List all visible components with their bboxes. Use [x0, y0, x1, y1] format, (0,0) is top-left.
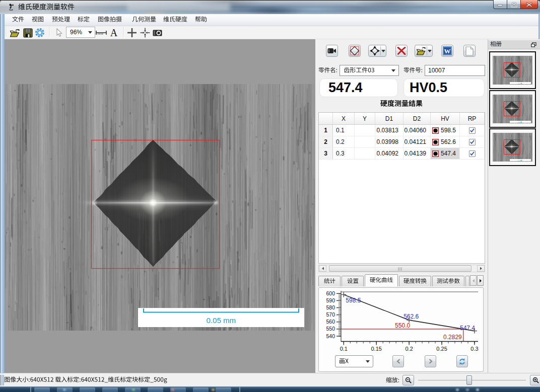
- close-button[interactable]: [521, 0, 538, 9]
- menu-bar: [5, 14, 538, 26]
- main-toolbar: 96% A: [5, 26, 538, 39]
- table-row[interactable]: 10.10.038130.04060598.5: [319, 125, 485, 136]
- tab-5[interactable]: [432, 276, 464, 286]
- series-selector-combobox[interactable]: [335, 355, 373, 367]
- zoom-in-button[interactable]: [530, 375, 540, 385]
- menu-item-3[interactable]: [47, 14, 75, 26]
- table-row[interactable]: 30.30.040920.04139547.4: [319, 148, 485, 160]
- menu-item-7[interactable]: [159, 14, 192, 26]
- rp-checkbox[interactable]: [469, 139, 476, 145]
- taskbar-button[interactable]: [148, 387, 163, 392]
- taskbar-button[interactable]: [193, 387, 209, 392]
- part-name-combobox[interactable]: [340, 65, 399, 76]
- taskbar-icon-hint: [456, 388, 459, 391]
- column-header-row[interactable]: [319, 113, 333, 124]
- rp-checkbox[interactable]: [469, 127, 476, 134]
- row-number: 3: [319, 148, 333, 159]
- table-hscrollbar[interactable]: [318, 265, 485, 272]
- zoom-slider-label: [386, 377, 399, 384]
- results-table[interactable]: XYD1D2HVRP10.10.038130.04060598.520.20.0…: [318, 112, 485, 264]
- results-title: [315, 100, 488, 108]
- scroll-right-button[interactable]: [477, 265, 485, 272]
- taskbar-button[interactable]: [34, 387, 50, 392]
- windows-taskbar: [0, 386, 540, 392]
- part-number-input[interactable]: 10007: [425, 65, 485, 76]
- cell-d2: 0.04139: [403, 148, 431, 159]
- zoom-level-combobox[interactable]: 96%: [66, 27, 95, 38]
- taskbar-button[interactable]: [80, 387, 95, 392]
- album-thumbnail[interactable]: [489, 128, 536, 166]
- taskbar-button[interactable]: [216, 387, 231, 392]
- open-result-button[interactable]: [415, 45, 433, 57]
- menu-item-label: [12, 16, 24, 24]
- delete-measure-button[interactable]: [395, 45, 408, 57]
- zoom-out-button[interactable]: [402, 375, 414, 385]
- column-header-RP[interactable]: RP: [460, 113, 485, 124]
- open-file-button[interactable]: [9, 27, 20, 38]
- refresh-chart-button[interactable]: [456, 355, 468, 367]
- column-header-Y[interactable]: Y: [355, 113, 375, 124]
- menu-item-2[interactable]: [27, 14, 48, 26]
- tab-scroll-right-button[interactable]: [477, 275, 484, 286]
- album-thumbnail[interactable]: [489, 51, 536, 89]
- cell-rp[interactable]: [460, 125, 485, 136]
- zoom-slider-track[interactable]: [418, 380, 526, 381]
- chevron-down-icon: [366, 360, 370, 363]
- part-name-label: [318, 65, 337, 76]
- menu-item-5[interactable]: [93, 14, 126, 26]
- maximize-button[interactable]: [507, 0, 521, 9]
- next-point-button[interactable]: [425, 355, 436, 367]
- crosshair-add-button[interactable]: [126, 27, 138, 38]
- tab-scroll-left-button[interactable]: [470, 275, 477, 286]
- menu-item-label: [195, 16, 207, 24]
- new-blank-button[interactable]: [463, 45, 476, 57]
- chevron-down-icon: [381, 50, 385, 52]
- column-header-X[interactable]: X: [333, 113, 355, 124]
- microscope-image[interactable]: [5, 84, 315, 331]
- hardening-curve-chart: 6005905805705605505400.10.150.20.250.355…: [318, 287, 484, 372]
- column-header-HV[interactable]: HV: [431, 113, 460, 124]
- tab-clipped[interactable]: [465, 276, 469, 286]
- tab-2[interactable]: [342, 276, 364, 286]
- save-button[interactable]: [22, 27, 33, 38]
- video-capture-button[interactable]: [326, 45, 338, 57]
- svg-text:580: 580: [326, 304, 335, 310]
- taskbar-button[interactable]: [102, 387, 118, 392]
- image-viewport[interactable]: [5, 39, 315, 373]
- text-annotation-button[interactable]: A: [108, 27, 119, 38]
- float-panel-icon[interactable]: [531, 42, 536, 47]
- svg-text:W: W: [444, 47, 451, 55]
- center-target-button[interactable]: [140, 27, 151, 38]
- scroll-left-button[interactable]: [319, 265, 326, 272]
- column-header-D1[interactable]: D1: [375, 113, 403, 124]
- indent-detect-button[interactable]: [349, 45, 361, 57]
- minimize-button[interactable]: [493, 0, 507, 9]
- svg-text:0.25: 0.25: [436, 346, 447, 352]
- table-row[interactable]: 20.20.039980.04121562.6: [319, 136, 485, 148]
- cell-y: [355, 148, 375, 159]
- cell-x: 0.3: [333, 148, 355, 159]
- move-indent-button[interactable]: [368, 45, 386, 57]
- tab-4[interactable]: [399, 276, 431, 286]
- cell-rp[interactable]: [460, 136, 485, 147]
- rp-checkbox[interactable]: [469, 150, 476, 157]
- measure-scale-button[interactable]: [95, 27, 108, 38]
- tab-1[interactable]: [318, 276, 341, 286]
- menu-item-1[interactable]: [8, 14, 29, 26]
- hardness-scale-readout: HV0.5: [403, 79, 485, 97]
- menu-item-6[interactable]: [127, 14, 161, 26]
- hscrollbar-thumb[interactable]: [329, 265, 471, 272]
- export-word-button[interactable]: W: [441, 45, 453, 57]
- column-header-D2[interactable]: D2: [403, 113, 431, 124]
- menu-item-8[interactable]: [190, 14, 212, 26]
- svg-text:560: 560: [326, 319, 335, 325]
- settings-gear-button[interactable]: [34, 27, 45, 38]
- menu-item-4[interactable]: [73, 14, 94, 26]
- prev-point-button[interactable]: [392, 355, 404, 367]
- camera-capture-button[interactable]: [152, 27, 163, 38]
- cell-rp[interactable]: [460, 148, 485, 159]
- zoom-slider-thumb[interactable]: [466, 375, 472, 385]
- select-cursor-button[interactable]: [53, 27, 64, 38]
- tab-3[interactable]: [365, 274, 398, 286]
- album-thumbnail[interactable]: [489, 90, 536, 128]
